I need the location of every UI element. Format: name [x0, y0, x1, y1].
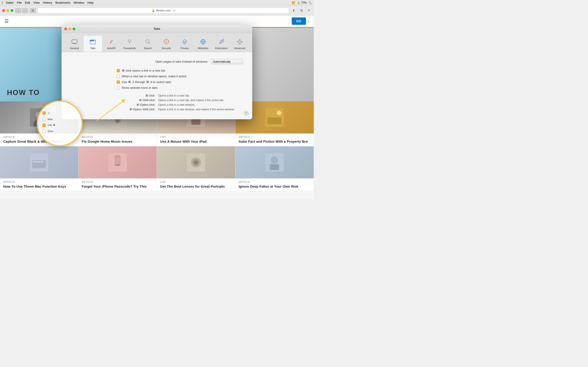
prefs-help-button[interactable]: ?	[244, 111, 249, 116]
svg-rect-45	[72, 40, 77, 43]
menu-safari[interactable]: Safari	[6, 1, 14, 4]
svg-rect-69	[237, 41, 238, 42]
shortcut-row-4: ⌘-Option–Shift-click: Opens a link in a …	[117, 108, 243, 111]
checkbox-cmd-click-label: ⌘-click opens a link in a new tab	[122, 69, 165, 72]
general-icon	[70, 38, 78, 46]
share-button[interactable]: ⬆	[291, 8, 297, 13]
menu-window[interactable]: Window	[73, 1, 84, 4]
prefs-tool-privacy[interactable]: Privacy	[175, 36, 194, 52]
websites-icon	[199, 38, 207, 46]
autofill-icon	[107, 38, 115, 46]
checkbox-cmd-click[interactable]	[117, 69, 120, 72]
search-icon[interactable]: 🔍	[309, 1, 312, 4]
shortcut-key-3: ⌘-Option-click:	[117, 103, 158, 106]
menubar:  Safari File Edit View History Bookmark…	[0, 0, 314, 6]
open-pages-row: Open pages in tabs instead of windows: N…	[71, 59, 243, 64]
prefs-tool-websites[interactable]: Websites	[194, 36, 212, 52]
prefs-tool-passwords-label: Passwords	[123, 47, 136, 50]
checkbox-new-tab-active-label: When a new tab or window opens, make it …	[122, 75, 187, 78]
zoom-checkbox-row-1: ⌘	[43, 111, 77, 115]
menu-view[interactable]: View	[33, 1, 40, 4]
forward-button[interactable]: ›	[22, 8, 28, 13]
prefs-tool-search-label: Search	[144, 47, 152, 50]
checkbox-website-icons-label: Show website icons in tabs	[122, 86, 157, 90]
open-pages-label: Open pages in tabs instead of windows:	[71, 60, 211, 63]
svg-line-63	[223, 39, 224, 40]
shortcut-key-1: ⌘-click:	[117, 94, 158, 97]
shortcut-key-2: ⌘-Shift-click:	[117, 99, 158, 102]
lock-icon: 🔒	[152, 9, 155, 12]
svg-line-64	[223, 40, 224, 41]
search-prefs-icon	[144, 38, 152, 46]
menu-file[interactable]: File	[17, 1, 22, 4]
svg-rect-67	[239, 39, 240, 40]
zoom-label-4: Shov	[48, 130, 53, 133]
prefs-tool-general[interactable]: General	[65, 36, 84, 52]
zoom-checkbox-row-2: Whe	[43, 118, 77, 121]
reload-button[interactable]: ↺	[173, 9, 175, 12]
tabs-icon	[89, 38, 97, 46]
security-icon: !	[162, 38, 170, 46]
extensions-icon	[217, 38, 225, 46]
svg-rect-68	[239, 43, 240, 44]
zoom-checkbox-4	[43, 130, 46, 133]
prefs-tool-tabs[interactable]: Tabs	[84, 36, 102, 52]
sidebar-toggle[interactable]: ⊞	[30, 8, 36, 13]
menu-history[interactable]: History	[43, 1, 52, 4]
shortcut-key-4: ⌘-Option–Shift-click:	[117, 108, 158, 111]
prefs-tool-extensions[interactable]: Extensions	[212, 36, 231, 52]
checkbox-row-new-tab-active: When a new tab or window opens, make it …	[117, 75, 243, 78]
window-traffic-lights	[2, 9, 13, 12]
address-bar[interactable]: 🔒 lifewire.com ↺	[38, 8, 289, 14]
prefs-titlebar: Tabs	[61, 25, 252, 33]
menu-edit[interactable]: Edit	[25, 1, 30, 4]
minimize-button[interactable]	[6, 9, 9, 12]
prefs-tool-security[interactable]: ! Security	[157, 36, 175, 52]
checkbox-cmd-1-9[interactable]	[117, 81, 120, 84]
maximize-button[interactable]	[10, 9, 13, 12]
close-button[interactable]	[2, 9, 5, 12]
url-text[interactable]: lifewire.com	[156, 9, 170, 12]
back-button[interactable]: ‹	[15, 8, 21, 13]
zoom-checkbox-row-3: Use ⌘	[43, 124, 77, 127]
shortcut-row-3: ⌘-Option-click: Opens a link in a new wi…	[117, 103, 243, 106]
svg-point-53	[128, 40, 131, 42]
shortcut-desc-1: Opens a link in a new tab.	[158, 94, 190, 97]
prefs-close-button[interactable]	[64, 27, 67, 30]
prefs-overlay: Tabs General	[0, 16, 314, 199]
checkbox-cmd-1-9-label: Use ⌘–1 through ⌘–9 to switch tabs	[122, 80, 171, 84]
svg-point-65	[239, 41, 241, 43]
menu-items: Safari File Edit View History Bookmarks …	[6, 1, 94, 4]
prefs-tool-passwords[interactable]: Passwords	[120, 36, 139, 52]
apple-menu[interactable]: 	[2, 1, 3, 5]
menu-help[interactable]: Help	[87, 1, 94, 4]
prefs-shortcuts: ⌘-click: Opens a link in a new tab. ⌘-Sh…	[117, 94, 243, 111]
passwords-icon	[125, 38, 134, 46]
prefs-tool-advanced[interactable]: Advanced	[231, 36, 249, 52]
menu-bookmarks[interactable]: Bookmarks	[55, 1, 70, 4]
advanced-icon	[236, 38, 244, 46]
prefs-checkboxes: ⌘-click opens a link in a new tab When a…	[117, 69, 243, 90]
open-pages-select-wrapper: Never Automatically Always	[211, 59, 243, 64]
prefs-minimize-button[interactable]	[69, 27, 71, 30]
checkbox-website-icons[interactable]	[117, 86, 120, 90]
prefs-tool-search[interactable]: Search	[139, 36, 157, 52]
open-pages-select[interactable]: Never Automatically Always	[211, 59, 243, 64]
checkbox-row-cmd-click: ⌘-click opens a link in a new tab	[117, 69, 243, 72]
zoom-content: ⌘ Whe Use ⌘ Shov	[38, 107, 82, 140]
checkbox-row-cmd-1-9: Use ⌘–1 through ⌘–9 to switch tabs	[117, 80, 243, 84]
new-tab-button[interactable]: +	[306, 8, 311, 13]
reading-list-button[interactable]: ⧉	[299, 8, 304, 13]
browser-chrome: ‹ › ⊞ 🔒 lifewire.com ↺ ⬆ ⧉ +	[0, 6, 314, 16]
prefs-tool-extensions-label: Extensions	[215, 47, 228, 50]
shortcut-desc-4: Opens a link in a new window, and makes …	[158, 108, 234, 111]
prefs-tool-autofill[interactable]: AutoFill	[102, 36, 120, 52]
zoom-checkbox-1	[43, 111, 46, 115]
shortcut-row-2: ⌘-Shift-click: Opens a link in a new tab…	[117, 99, 243, 102]
zoom-label-1: ⌘	[48, 111, 51, 115]
checkbox-new-tab-active[interactable]	[117, 75, 120, 78]
checkbox-row-website-icons: Show website icons in tabs	[117, 86, 243, 90]
privacy-icon	[181, 38, 189, 46]
zoom-label-2: Whe	[48, 118, 53, 121]
prefs-zoom-button[interactable]	[73, 27, 75, 30]
